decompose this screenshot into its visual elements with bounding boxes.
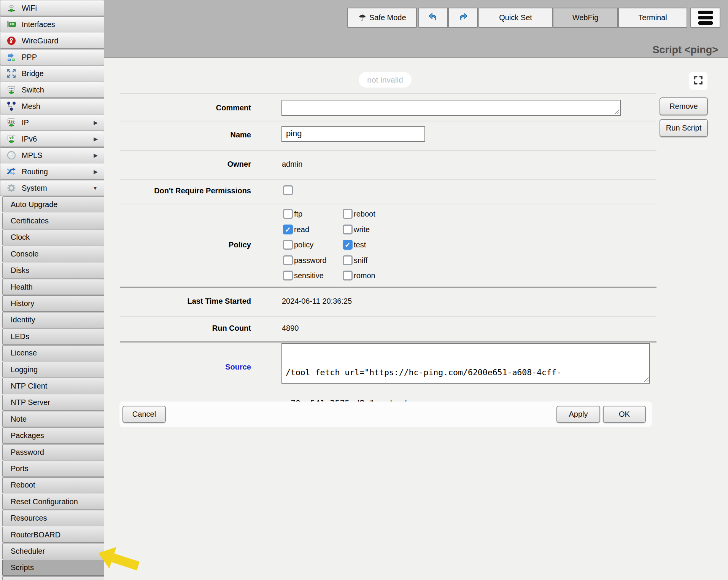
expand-button[interactable] — [689, 72, 707, 90]
policy-item-read: read — [283, 225, 309, 234]
sidebar-item-resources[interactable]: Resources — [2, 510, 104, 526]
name-input[interactable]: ping — [281, 126, 425, 142]
policy-item-test: test — [343, 240, 366, 250]
sidebar-item-license[interactable]: License — [2, 345, 104, 361]
source-textarea[interactable]: /tool fetch url="https://hc-ping.com/620… — [281, 343, 650, 384]
sensitive-checkbox[interactable] — [283, 271, 293, 280]
test-checkbox[interactable] — [343, 240, 353, 250]
sidebar-item-reset-configuration[interactable]: Reset Configuration — [2, 494, 104, 510]
sidebar-item-scripts[interactable]: Scripts — [2, 560, 104, 576]
sidebar-item-wireguard[interactable]: WireGuard — [0, 33, 104, 49]
sidebar-item-certificates[interactable]: Certificates — [2, 213, 104, 229]
divider — [120, 179, 656, 180]
run-count-label: Run Count — [114, 324, 251, 333]
resize-handle-icon[interactable] — [643, 376, 649, 382]
apply-button[interactable]: Apply — [556, 406, 600, 423]
umbrella-icon: ☂ — [358, 13, 366, 22]
sidebar-item-history[interactable]: History — [2, 295, 104, 311]
svg-text:255: 255 — [8, 119, 14, 123]
sidebar-item-packages[interactable]: Packages — [2, 427, 104, 443]
cancel-button[interactable]: Cancel — [122, 406, 166, 423]
sidebar-item-health[interactable]: Health — [2, 279, 104, 295]
read-checkbox[interactable] — [283, 225, 293, 234]
divider — [120, 204, 656, 204]
ftp-checkbox[interactable] — [283, 209, 293, 219]
sidebar-menu: WiFi Interfaces WireGuard PPP Bridge Swi… — [0, 0, 104, 580]
romon-checkbox[interactable] — [343, 271, 353, 280]
policy-item-sniff: sniff — [343, 255, 367, 265]
interfaces-icon — [5, 18, 17, 30]
sidebar-item-interfaces[interactable]: Interfaces — [0, 16, 104, 32]
quick-set-label: Quick Set — [499, 13, 532, 22]
source-label[interactable]: Source — [114, 363, 251, 371]
resize-handle-icon[interactable] — [614, 108, 619, 114]
svg-text:v6: v6 — [9, 135, 14, 140]
wireguard-icon — [5, 35, 17, 47]
policy-item-reboot: reboot — [343, 209, 375, 219]
write-checkbox[interactable] — [343, 225, 353, 234]
fullscreen-icon — [693, 75, 704, 87]
webfig-app: { "title": "Script <ping>", "status_badg… — [0, 0, 728, 580]
divider — [120, 316, 656, 317]
sidebar-item-ntp-client[interactable]: NTP Client — [2, 378, 104, 394]
sidebar-item-logging[interactable]: Logging — [2, 362, 104, 378]
status-badge: not invalid — [359, 72, 412, 88]
sidebar-item-ppp[interactable]: PPP — [0, 49, 104, 65]
sidebar-item-note[interactable]: Note — [2, 411, 104, 427]
sidebar-item-bridge[interactable]: Bridge — [0, 65, 104, 81]
undo-icon — [428, 11, 439, 24]
sidebar-item-system[interactable]: System ▼ — [0, 180, 104, 196]
sidebar-item-ip[interactable]: 255 IP ▶ — [0, 115, 104, 131]
bridge-icon — [5, 67, 17, 80]
mesh-icon — [5, 100, 17, 112]
run-count-value: 4890 — [282, 324, 299, 333]
dont-require-permissions-checkbox[interactable] — [283, 185, 293, 195]
ok-button[interactable]: OK — [603, 406, 646, 423]
redo-icon — [457, 11, 469, 24]
reboot-checkbox[interactable] — [343, 209, 353, 219]
comment-input[interactable] — [281, 100, 621, 116]
sidebar-item-shutdown[interactable]: Shutdown — [2, 576, 104, 580]
safe-mode-button[interactable]: ☂ Safe Mode — [347, 8, 417, 28]
sidebar-item-wifi[interactable]: WiFi — [0, 0, 104, 16]
remove-button[interactable]: Remove — [660, 97, 708, 115]
policy-item-romon: romon — [343, 271, 375, 280]
tab-quick-set[interactable]: Quick Set — [478, 8, 553, 28]
safe-mode-label: Safe Mode — [369, 13, 406, 22]
ppp-icon — [5, 51, 17, 63]
redo-button[interactable] — [448, 8, 478, 28]
sidebar-item-ipv6[interactable]: v6 IPv6 ▶ — [0, 131, 104, 147]
sidebar-item-switch[interactable]: Switch — [0, 82, 104, 98]
sidebar-item-mesh[interactable]: Mesh — [0, 98, 104, 114]
run-script-button[interactable]: Run Script — [660, 119, 708, 137]
password-checkbox[interactable] — [283, 255, 293, 265]
sidebar-item-reboot[interactable]: Reboot — [2, 477, 104, 493]
sidebar-item-identity[interactable]: Identity — [2, 312, 104, 328]
last-time-started-value: 2024-06-11 20:36:25 — [282, 297, 352, 306]
sidebar-item-console[interactable]: Console — [2, 246, 104, 262]
sniff-checkbox[interactable] — [343, 255, 353, 265]
ipv6-icon: v6 — [5, 133, 17, 145]
system-submenu: Auto Upgrade Certificates Clock Console … — [2, 196, 104, 580]
menu-button[interactable] — [690, 8, 720, 28]
undo-button[interactable] — [418, 8, 448, 28]
sidebar-item-routing[interactable]: Routing ▶ — [0, 164, 104, 180]
routing-icon — [5, 166, 17, 178]
section-divider — [120, 341, 656, 343]
dont-require-permissions-label: Don't Require Permissions — [114, 186, 251, 195]
sidebar-item-leds[interactable]: LEDs — [2, 328, 104, 344]
sidebar-item-mpls[interactable]: MPLS ▶ — [0, 147, 104, 163]
policy-checkbox[interactable] — [283, 240, 293, 250]
page-title: Script <ping> — [652, 44, 718, 56]
sidebar-item-scheduler[interactable]: Scheduler — [2, 543, 104, 559]
sidebar-item-auto-upgrade[interactable]: Auto Upgrade — [2, 196, 104, 212]
tab-terminal[interactable]: Terminal — [618, 8, 687, 28]
tab-webfig[interactable]: WebFig — [553, 8, 618, 28]
sidebar-item-ports[interactable]: Ports — [2, 460, 104, 476]
sidebar-item-ntp-server[interactable]: NTP Server — [2, 395, 104, 411]
switch-icon — [5, 84, 17, 96]
sidebar-item-disks[interactable]: Disks — [2, 263, 104, 279]
sidebar-item-password[interactable]: Password — [2, 444, 104, 460]
sidebar-item-routerboard[interactable]: RouterBOARD — [2, 527, 104, 543]
sidebar-item-clock[interactable]: Clock — [2, 229, 104, 245]
